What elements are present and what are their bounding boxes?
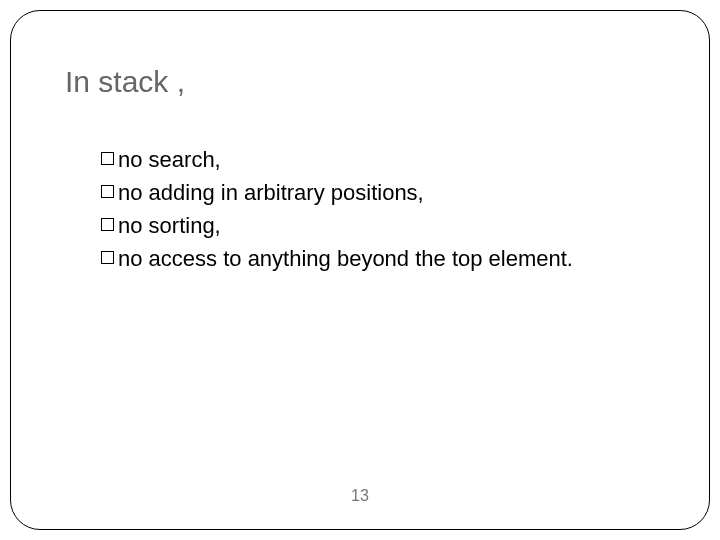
slide-frame: In stack , no search, no adding in arbit…: [10, 10, 710, 530]
square-bullet-icon: [101, 185, 114, 198]
list-item: no search,: [101, 143, 655, 176]
list-item: no access to anything beyond the top ele…: [101, 242, 655, 275]
bullet-list: no search, no adding in arbitrary positi…: [101, 143, 655, 275]
bullet-text: no access to anything beyond the top ele…: [118, 242, 655, 275]
list-item: no sorting,: [101, 209, 655, 242]
bullet-text: no adding in arbitrary positions,: [118, 176, 655, 209]
slide-title: In stack ,: [65, 65, 185, 99]
list-item: no adding in arbitrary positions,: [101, 176, 655, 209]
page-number: 13: [351, 487, 369, 505]
bullet-text: no search,: [118, 143, 655, 176]
bullet-text: no sorting,: [118, 209, 655, 242]
square-bullet-icon: [101, 152, 114, 165]
square-bullet-icon: [101, 251, 114, 264]
square-bullet-icon: [101, 218, 114, 231]
